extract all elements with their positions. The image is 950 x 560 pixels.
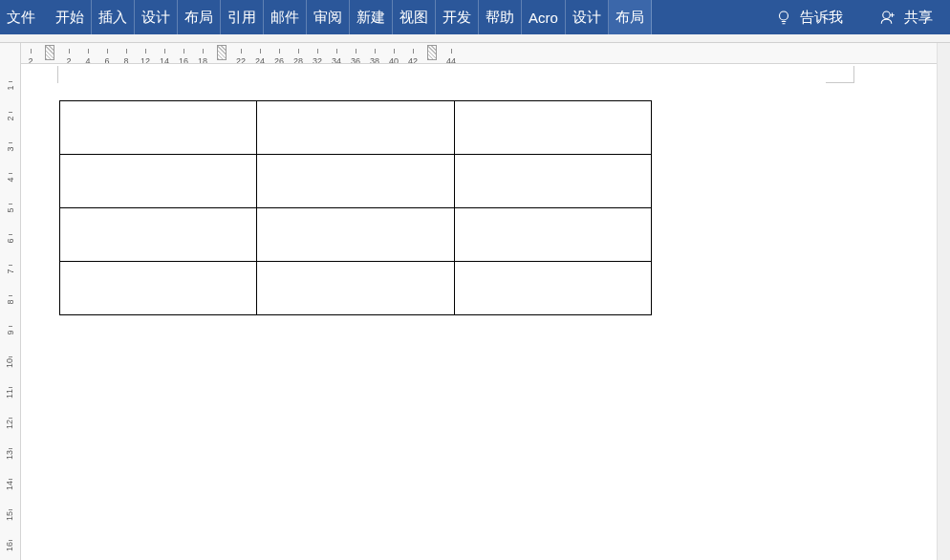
ribbon-spacer: [652, 0, 766, 34]
ribbon-tab-12[interactable]: Acro: [522, 0, 566, 34]
share-button[interactable]: 共享: [862, 0, 950, 34]
hruler-mark: 12: [138, 47, 153, 64]
ribbon-tab-1[interactable]: 开始: [49, 0, 92, 34]
ribbon-tab-9[interactable]: 视图: [393, 0, 436, 34]
ribbon-tab-14[interactable]: 布局: [609, 0, 652, 34]
ribbon-tab-7[interactable]: 审阅: [307, 0, 350, 34]
vruler-mark: 8: [0, 295, 20, 307]
vruler-mark: 11: [0, 387, 20, 398]
ribbon-tab-3[interactable]: 设计: [135, 0, 178, 34]
hruler-mark: 32: [310, 47, 325, 64]
share-icon: [879, 9, 896, 26]
table-row: [60, 208, 652, 262]
horizontal-ruler[interactable]: 22468121416182224262832343638404244: [21, 43, 950, 64]
table-cell[interactable]: [454, 101, 651, 155]
workspace: 12345678910111213141516 2246812141618222…: [0, 43, 950, 560]
ribbon-tab-4[interactable]: 布局: [178, 0, 221, 34]
hruler-mark: 36: [348, 47, 363, 64]
margin-guide-right: [826, 66, 854, 83]
margin-guide-left: [57, 66, 58, 83]
hruler-mark: 34: [329, 47, 344, 64]
hruler-mark: 42: [405, 47, 421, 64]
lightbulb-icon: [775, 9, 792, 26]
table-cell[interactable]: [257, 262, 454, 315]
vruler-mark: 14: [0, 479, 20, 490]
tell-me-control[interactable]: 告诉我: [766, 0, 862, 34]
ribbon-tab-13[interactable]: 设计: [566, 0, 609, 34]
table-row: [60, 155, 652, 208]
table-cell[interactable]: [257, 155, 454, 208]
table-cell[interactable]: [454, 208, 651, 262]
vruler-mark: 10: [0, 356, 20, 368]
hruler-mark: 18: [195, 47, 210, 64]
hruler-mark: 28: [291, 47, 306, 64]
vruler-mark: 9: [0, 326, 20, 337]
table-cell[interactable]: [60, 208, 257, 262]
share-label: 共享: [904, 9, 933, 27]
ribbon-tab-5[interactable]: 引用: [221, 0, 264, 34]
table-cell[interactable]: [60, 155, 257, 208]
ruler-indent-marker[interactable]: [45, 45, 54, 60]
ribbon-strip: [0, 34, 950, 43]
vruler-mark: 6: [0, 234, 20, 246]
hruler-mark: 38: [367, 47, 382, 64]
vruler-mark: 1: [0, 81, 20, 93]
hruler-mark: 40: [386, 47, 401, 64]
hruler-mark: 26: [271, 47, 287, 64]
table-cell[interactable]: [257, 208, 454, 262]
vruler-mark: 5: [0, 204, 20, 215]
hruler-mark: 24: [252, 47, 268, 64]
ribbon-tab-10[interactable]: 开发: [436, 0, 479, 34]
hruler-mark: 2: [23, 47, 38, 64]
hruler-mark: 4: [80, 47, 96, 64]
hruler-mark: 22: [233, 47, 248, 64]
hruler-mark: 14: [157, 47, 172, 64]
hruler-mark: 8: [119, 47, 134, 64]
vruler-mark: 2: [0, 112, 20, 123]
vruler-mark: 4: [0, 173, 20, 184]
ribbon-tab-11[interactable]: 帮助: [479, 0, 522, 34]
table-cell[interactable]: [60, 101, 257, 155]
vruler-mark: 16: [0, 540, 20, 551]
vertical-scrollbar[interactable]: [937, 43, 950, 560]
table-cell[interactable]: [454, 262, 651, 315]
hruler-mark: 44: [443, 47, 459, 64]
table-row: [60, 101, 652, 155]
vertical-ruler[interactable]: 12345678910111213141516: [0, 43, 21, 560]
vruler-mark: 12: [0, 418, 20, 429]
ruler-indent-marker[interactable]: [427, 45, 437, 60]
vruler-mark: 3: [0, 142, 20, 154]
ruler-indent-marker[interactable]: [217, 45, 227, 60]
table-cell[interactable]: [60, 262, 257, 315]
ribbon-tab-8[interactable]: 新建: [350, 0, 393, 34]
table-cell[interactable]: [454, 155, 651, 208]
hruler-mark: 2: [61, 47, 76, 64]
ribbon-tab-2[interactable]: 插入: [92, 0, 135, 34]
vruler-mark: 15: [0, 509, 20, 521]
ribbon: 文件开始插入设计布局引用邮件审阅新建视图开发帮助Acro设计布局 告诉我 共享: [0, 0, 950, 34]
vruler-mark: 7: [0, 265, 20, 276]
vruler-mark: 13: [0, 448, 20, 460]
svg-point-1: [883, 11, 891, 19]
document-area: 22468121416182224262832343638404244: [21, 43, 950, 560]
document-table[interactable]: [59, 100, 652, 315]
hruler-mark: 6: [99, 47, 115, 64]
table-row: [60, 262, 652, 315]
ribbon-tab-0[interactable]: 文件: [0, 0, 49, 34]
table-cell[interactable]: [257, 101, 454, 155]
hruler-mark: 16: [176, 47, 191, 64]
ribbon-tabs: 文件开始插入设计布局引用邮件审阅新建视图开发帮助Acro设计布局: [0, 0, 652, 34]
tell-me-label: 告诉我: [800, 9, 843, 27]
svg-point-0: [780, 11, 788, 20]
ribbon-tab-6[interactable]: 邮件: [264, 0, 307, 34]
page[interactable]: [23, 64, 948, 560]
